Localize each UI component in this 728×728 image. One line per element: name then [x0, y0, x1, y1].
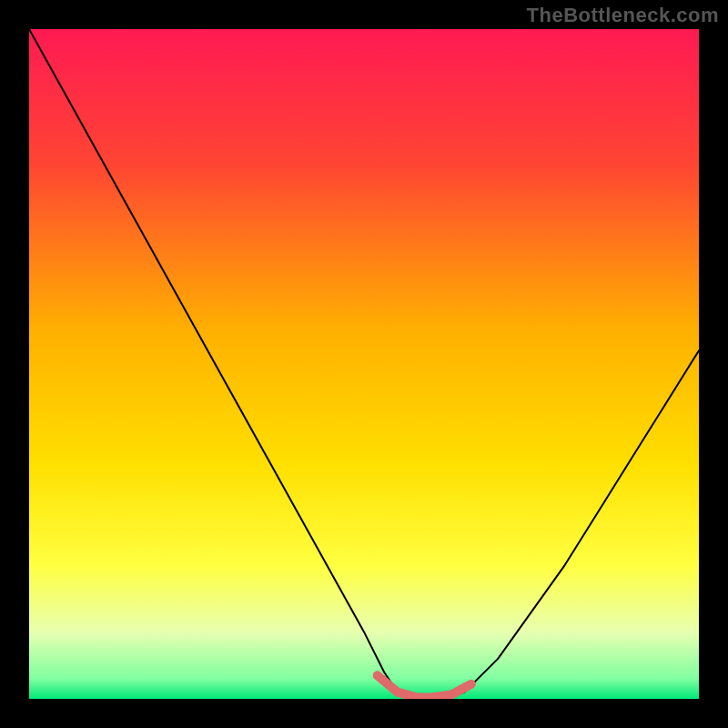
- watermark-text: TheBottleneck.com: [527, 4, 719, 27]
- chart-background: [29, 29, 699, 699]
- bottleneck-chart: [29, 29, 699, 699]
- chart-container: TheBottleneck.com: [0, 0, 728, 728]
